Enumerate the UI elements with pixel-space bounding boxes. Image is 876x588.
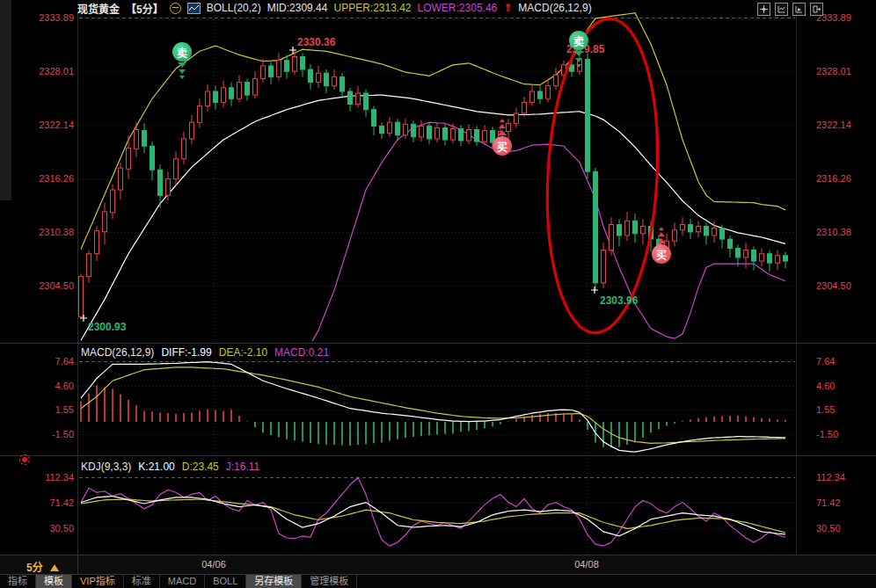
kdj-j-value: J:16.11 (226, 461, 259, 473)
panel-marker-icon[interactable] (19, 454, 30, 465)
candles-layer (79, 50, 788, 318)
buy-badge-icon: 买 (493, 136, 512, 156)
sell-signal-badge: 卖 (172, 42, 192, 80)
tab-bar-filler (357, 575, 876, 588)
tab-indicator[interactable]: 指标 (0, 575, 36, 588)
tab-boll[interactable]: BOLL (205, 575, 246, 588)
boll-params: BOLL(20,2) (207, 2, 261, 14)
chart-canvas[interactable] (0, 0, 876, 588)
period-dropdown-arrow-icon (50, 564, 59, 571)
macd-dea-value: DEA:-2.10 (219, 346, 267, 359)
buy-signal-badge: 买 (652, 226, 671, 264)
buy-badge-icon: 买 (652, 244, 671, 264)
period-selector[interactable]: 5分 (26, 559, 59, 574)
macd-hist-value: MACD:0.21 (274, 346, 329, 359)
axis-frame-right-icon[interactable] (792, 3, 806, 16)
extreme-cross-marker (591, 287, 598, 294)
exit-chart-icon[interactable] (810, 3, 823, 16)
price-callout: 2303.96 (600, 295, 638, 306)
kdj-panel-header: KDJ(9,3,3) K:21.00 D:23.45 J:16.11 (81, 461, 259, 473)
macd-title: MACD(26,12,9) (81, 346, 154, 359)
chart-header: 现货黄金 【5分】 BOLL(20,2) MID:2309.44 UPPER:2… (77, 1, 592, 15)
axis-divider (77, 555, 78, 574)
kdj-k-value: K:21.00 (138, 461, 174, 473)
price-callout: 2330.36 (297, 37, 335, 47)
indicator-tab-bar: 指标 模板 VIP指标 标准 MACD BOLL 另存模板 管理模板 (0, 575, 876, 588)
chart-type-sidebar (0, 0, 11, 200)
sell-signal-badge: 卖 (569, 31, 588, 69)
tab-macd[interactable]: MACD (160, 575, 205, 588)
highlight-ellipse (540, 16, 666, 336)
boll-mid-value: MID:2309.44 (267, 2, 328, 14)
mini-chart-icon[interactable] (187, 3, 201, 14)
time-axis-row: 5分 04/0604/08 (0, 555, 876, 575)
period-label: 【5分】 (126, 1, 164, 16)
trading-app-window: 分时图 K线图 闪电图 合约资料 现货黄金 【5分】 BOLL(20,2) MI… (0, 0, 876, 588)
sell-badge-icon: 卖 (569, 31, 588, 50)
boll-lower-value: LOWER:2305.46 (418, 2, 498, 14)
macd-layer (81, 386, 785, 447)
tab-save-template[interactable]: 另存模板 (246, 575, 302, 588)
red-up-arrow-icon: ⇑ (503, 4, 512, 12)
sell-badge-icon: 卖 (172, 42, 192, 62)
macd-params: MACD(26,12,9) (518, 2, 591, 14)
price-callout: 2300.93 (88, 322, 126, 332)
collapse-indicator-icon[interactable] (170, 3, 181, 14)
macd-panel-header: MACD(26,12,9) DIFF:-1.99 DEA:-2.10 MACD:… (81, 346, 329, 359)
macd-diff-value: DIFF:-1.99 (161, 346, 211, 359)
axis-frame-left-icon[interactable] (775, 3, 788, 16)
tab-template[interactable]: 模板 (36, 575, 72, 588)
kdj-d-value: D:23.45 (182, 461, 219, 473)
date-label: 04/06 (201, 559, 226, 570)
tab-vip-indicator[interactable]: VIP指标 (72, 575, 124, 588)
date-label: 04/08 (574, 559, 599, 570)
symbol-title: 现货黄金 (77, 1, 120, 16)
boll-upper-value: UPPER:2313.42 (333, 2, 411, 14)
tab-manage-template[interactable]: 管理模板 (302, 575, 357, 588)
buy-signal-badge: 买 (493, 118, 512, 156)
kdj-title: KDJ(9,3,3) (81, 461, 131, 473)
chart-toolbar-icons (757, 3, 823, 16)
tab-standard[interactable]: 标准 (124, 575, 160, 588)
crosshair-pan-icon[interactable] (757, 3, 770, 16)
